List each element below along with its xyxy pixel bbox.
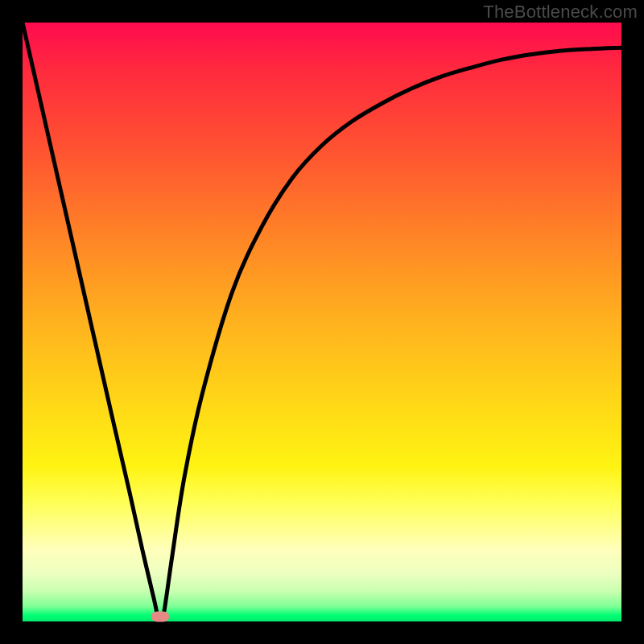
bottleneck-curve-path (23, 23, 621, 618)
chart-frame: TheBottleneck.com (0, 0, 644, 644)
curve-svg (23, 23, 621, 621)
plot-area (23, 23, 621, 621)
optimal-marker (151, 612, 169, 622)
watermark-text: TheBottleneck.com (483, 2, 638, 23)
